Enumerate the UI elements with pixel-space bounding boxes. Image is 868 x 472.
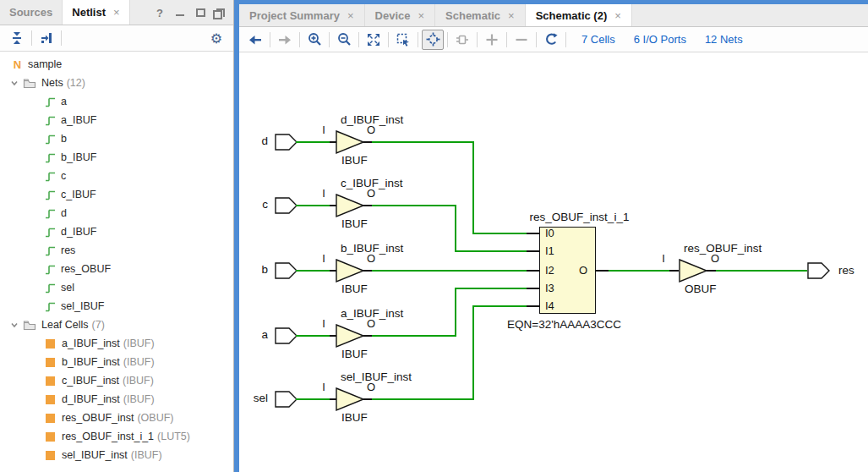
tree-item-cell[interactable]: a_IBUF_inst(IBUF) [0,334,233,353]
net-wire-sel_IBUF[interactable] [472,305,474,400]
net-wire-b[interactable] [296,270,330,272]
net-wire-d_IBUF[interactable] [372,141,474,143]
tree-item-net[interactable]: sel_IBUF [0,297,233,316]
tab-device[interactable]: Device× [365,4,436,26]
tab-netlist[interactable]: Netlist× [63,0,129,25]
minimize-icon[interactable] [176,14,184,16]
net-wire-c[interactable] [296,205,330,206]
back-button[interactable] [244,30,266,50]
maximize-icon[interactable] [196,8,205,17]
obuf-type-label: OBUF [685,283,717,295]
net-wire-c_IBUF[interactable] [455,250,527,252]
net-wire-a_IBUF[interactable] [372,335,456,337]
tree-item-net[interactable]: d [0,204,233,222]
tree-item-cell[interactable]: res_OBUF_inst(OBUF) [0,409,233,427]
zoom-in-button[interactable] [303,30,325,50]
tree-group-nets[interactable]: Nets(12) [0,74,233,92]
settings-button[interactable]: ⚙ [205,28,227,48]
tree-item-label: res [61,244,75,256]
tree-item-cell[interactable]: c_IBUF_inst(IBUF) [0,371,233,390]
scroll-to-selected-button[interactable] [35,28,57,48]
chevron-down-icon[interactable] [8,77,20,89]
nets-count-link[interactable]: 12 Nets [705,33,743,46]
obuf-cell-triangle[interactable] [679,259,707,283]
tree-item-net[interactable]: d_IBUF [0,222,233,241]
zoom-to-selection-icon [396,33,410,47]
tree-item-cell[interactable]: d_IBUF_inst(IBUF) [0,390,233,409]
tree-group-leaf-cells[interactable]: Leaf Cells(7) [0,316,233,334]
tree-item-net[interactable]: a_IBUF [0,111,233,129]
tree-item-label: b_IBUF [61,151,96,163]
forward-button[interactable] [274,30,296,50]
net-wire-d_IBUF[interactable] [472,233,527,234]
net-wire-a_IBUF[interactable] [455,288,527,289]
net-wire-sel_IBUF[interactable] [372,398,474,400]
net-wire-a_IBUF[interactable] [455,288,456,337]
output-port-res[interactable] [807,262,830,279]
input-port-c[interactable] [275,197,298,214]
ibuf-cell-triangle-b_IBUF_inst[interactable] [336,259,364,283]
net-wire-c_IBUF[interactable] [455,205,456,252]
tree-item-net[interactable]: res [0,241,233,260]
net-wire-b_IBUF[interactable] [372,270,527,272]
ibuf-cell-triangle-a_IBUF_inst[interactable] [336,324,364,348]
ibuf-instance-label: d_IBUF_inst [341,113,403,126]
input-port-d[interactable] [275,134,298,151]
net-wire-d_IBUF[interactable] [472,141,474,234]
tab-label: Device [375,9,411,22]
regenerate-button[interactable] [540,30,562,50]
close-icon[interactable]: × [113,6,120,19]
net-wire-sel[interactable] [296,398,330,400]
tree-item-cell[interactable]: sel_IBUF_inst(IBUF) [0,446,233,464]
tree-item-root[interactable]: Nsample [0,55,233,74]
float-icon[interactable] [216,8,225,17]
tree-item-cell[interactable]: res_OBUF_inst_i_1(LUT5) [0,427,233,446]
net-icon [45,244,56,257]
collapse-all-button[interactable] [6,28,28,48]
close-icon[interactable]: × [614,9,621,22]
net-wire-c_IBUF[interactable] [372,205,456,206]
ibuf-cell-triangle-c_IBUF_inst[interactable] [336,194,364,217]
cells-count-link[interactable]: 7 Cells [581,33,615,46]
net-wire-res_OBUF[interactable] [609,270,669,272]
ibuf-cell-triangle-d_IBUF_inst[interactable] [336,130,364,154]
tab-sources[interactable]: Sources [0,0,63,25]
close-icon[interactable]: × [347,9,354,22]
tree-item-net[interactable]: c [0,167,233,185]
zoom-to-selection-button[interactable] [392,30,414,50]
input-port-b[interactable] [275,262,298,279]
zoom-fit-button[interactable] [363,30,385,50]
zoom-out-button[interactable] [333,30,355,50]
close-icon[interactable]: × [508,9,515,22]
tab-label: Schematic [445,9,500,22]
schematic-canvas[interactable]: res_OBUF_inst_i_1 I0 I1 I2 I3 I4 O EQN=3… [239,52,868,472]
ibuf-input-pin-label: I [318,187,330,200]
input-port-a[interactable] [275,327,298,344]
input-port-sel[interactable] [275,391,298,408]
autofit-selection-button[interactable] [422,30,444,50]
io-ports-count-link[interactable]: 6 I/O Ports [634,33,686,46]
tree-item-net[interactable]: b_IBUF [0,148,233,167]
net-wire-sel_IBUF[interactable] [472,305,527,307]
tab-schematic[interactable]: Schematic× [435,4,526,26]
collapse-cone-button[interactable] [510,30,532,50]
close-icon[interactable]: × [418,9,424,22]
tree-item-net[interactable]: c_IBUF [0,185,233,204]
net-wire-a[interactable] [296,335,330,337]
add-cell-button[interactable] [451,30,473,50]
tree-item-net[interactable]: res_OBUF [0,260,233,278]
chevron-down-icon[interactable] [8,319,20,331]
tree-item-net[interactable]: b [0,129,233,148]
help-icon[interactable]: ? [155,8,165,18]
tree-item-label: res_OBUF_inst_i_1 [62,431,154,442]
tree-item-label: a [61,96,67,107]
tree-item-cell[interactable]: b_IBUF_inst(IBUF) [0,353,233,371]
net-wire-res[interactable] [716,270,807,272]
tab-schematic-2-[interactable]: Schematic (2)× [526,4,632,26]
ibuf-cell-triangle-sel_IBUF_inst[interactable] [336,387,364,411]
tree-item-net[interactable]: a [0,92,233,111]
net-wire-d[interactable] [296,141,330,143]
tree-item-net[interactable]: sel [0,278,233,297]
tab-project-summary[interactable]: Project Summary× [239,4,365,26]
expand-cone-button[interactable] [481,30,503,50]
